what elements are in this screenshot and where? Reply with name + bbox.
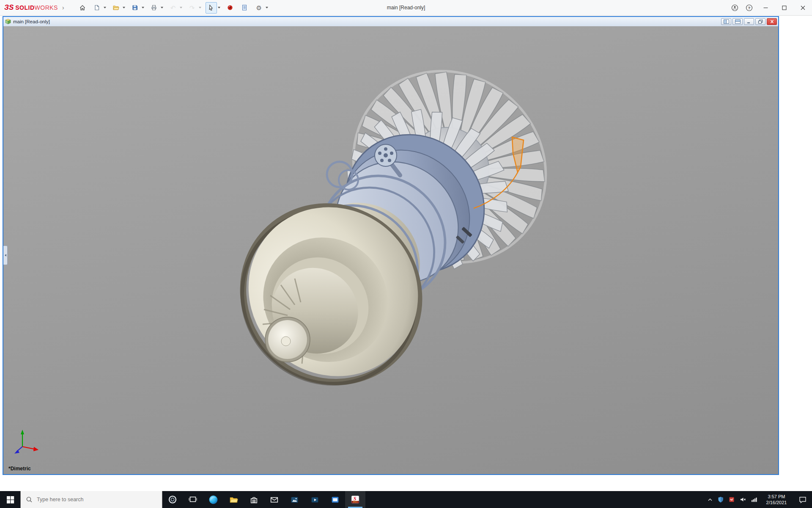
save-button[interactable] <box>129 2 141 14</box>
solidworks-button[interactable]: S2021 <box>345 491 365 508</box>
split-view-horizontal-button[interactable] <box>732 18 743 25</box>
redo-button[interactable]: ↷ <box>187 2 198 14</box>
options-dropdown[interactable] <box>265 2 269 14</box>
file-explorer-button[interactable] <box>223 491 244 508</box>
minimize-button[interactable] <box>756 0 775 15</box>
document-window: main [Read-only] <box>3 16 779 475</box>
cortana-button[interactable] <box>162 491 183 508</box>
maximize-button[interactable] <box>775 0 793 15</box>
chevron-up-icon <box>707 497 713 502</box>
movies-tv-icon <box>310 495 320 505</box>
doc-close-icon <box>769 19 775 24</box>
doc-minimize-button[interactable] <box>744 18 754 25</box>
network-tray-icon[interactable] <box>749 491 760 508</box>
redo-icon: ↷ <box>189 5 195 11</box>
help-button[interactable]: ? <box>742 0 756 15</box>
viewport-3d[interactable]: *Dimetric <box>3 26 778 474</box>
app-window-icon <box>330 495 340 505</box>
photos-icon <box>290 495 299 505</box>
app-window-button[interactable] <box>325 491 345 508</box>
resource-monitor-tray-icon[interactable] <box>726 491 737 508</box>
windows-logo-icon <box>6 495 15 504</box>
split-vertical-icon <box>724 19 729 24</box>
select-cursor-icon <box>208 4 214 11</box>
mail-button[interactable] <box>264 491 284 508</box>
clock-date: 2/16/2021 <box>760 500 793 505</box>
engine-model[interactable] <box>207 31 585 419</box>
maximize-icon <box>782 6 787 10</box>
close-button[interactable] <box>793 0 812 15</box>
movies-tv-button[interactable] <box>304 491 325 508</box>
open-button[interactable] <box>110 2 122 14</box>
select-tool-button[interactable] <box>206 2 217 14</box>
taskbar-search[interactable] <box>20 491 162 508</box>
options-button[interactable]: ⚙ <box>253 2 265 14</box>
file-properties-button[interactable] <box>239 2 250 14</box>
account-button[interactable] <box>727 0 742 15</box>
print-button[interactable] <box>148 2 160 14</box>
orientation-triad <box>14 430 38 454</box>
view-orientation-label: *Dimetric <box>8 466 31 472</box>
app-titlebar: ЗS SOLID WORKS › <box>0 0 812 16</box>
logo-mark: ЗS <box>4 3 14 12</box>
panel-collapse-tab[interactable] <box>3 246 8 265</box>
new-document-button[interactable] <box>91 2 103 14</box>
new-document-dropdown[interactable] <box>103 2 107 14</box>
store-button[interactable] <box>244 491 264 508</box>
task-view-button[interactable] <box>183 491 203 508</box>
solidworks-app-icon: S2021 <box>350 494 360 505</box>
system-tray: 3:57 PM 2/16/2021 <box>705 491 812 508</box>
shield-icon <box>717 496 724 503</box>
store-icon <box>249 495 259 505</box>
photos-button[interactable] <box>284 491 304 508</box>
svg-text:2021: 2021 <box>353 500 358 503</box>
screen: ЗS SOLID WORKS › <box>0 0 812 508</box>
redo-dropdown[interactable] <box>198 2 203 14</box>
search-input[interactable] <box>36 496 156 503</box>
collapse-arrow-icon <box>5 254 6 257</box>
undo-dropdown[interactable] <box>179 2 184 14</box>
new-document-icon <box>93 4 100 11</box>
document-titlebar[interactable]: main [Read-only] <box>3 17 778 26</box>
edge-button[interactable] <box>203 491 223 508</box>
network-bars-icon <box>751 496 757 503</box>
undo-button[interactable]: ↶ <box>167 2 179 14</box>
split-horizontal-icon <box>735 19 741 24</box>
home-icon <box>79 4 86 11</box>
edge-icon <box>208 495 218 505</box>
close-icon <box>801 6 805 10</box>
taskbar-clock[interactable]: 3:57 PM 2/16/2021 <box>760 494 793 505</box>
volume-tray-icon[interactable] <box>737 491 749 508</box>
gear-icon: ⚙ <box>256 5 261 11</box>
save-dropdown[interactable] <box>141 2 145 14</box>
open-dropdown[interactable] <box>122 2 126 14</box>
start-button[interactable] <box>0 491 20 508</box>
file-explorer-icon <box>229 495 239 505</box>
split-view-vertical-button[interactable] <box>721 18 731 25</box>
monitor-graph-icon <box>728 496 735 503</box>
select-tool-dropdown[interactable] <box>217 2 222 14</box>
quick-access-toolbar: ↶ ↷ <box>77 0 272 15</box>
taskbar: S2021 3:57 PM 2/16/2021 <box>0 491 812 508</box>
doc-minimize-icon <box>746 19 752 24</box>
mouse-gesture-button[interactable] <box>225 2 236 14</box>
action-center-button[interactable] <box>793 491 812 508</box>
doc-restore-button[interactable] <box>755 18 765 25</box>
minimize-icon <box>763 6 768 10</box>
task-view-icon <box>188 495 198 504</box>
hidden-icons-button[interactable] <box>705 491 715 508</box>
doc-close-button[interactable] <box>767 18 777 25</box>
home-button[interactable] <box>77 2 88 14</box>
undo-icon: ↶ <box>170 5 176 11</box>
print-dropdown[interactable] <box>160 2 165 14</box>
search-icon <box>26 496 33 503</box>
help-icon: ? <box>746 4 753 11</box>
spinner-tip[interactable] <box>265 317 310 362</box>
logo-solid: SOLID <box>15 4 34 11</box>
volume-muted-icon <box>739 496 746 503</box>
document-title: main [Read-only] <box>13 19 50 24</box>
file-properties-icon <box>241 4 248 11</box>
defender-shield-tray-icon[interactable] <box>715 491 726 508</box>
menu-expand-chevron-icon[interactable]: › <box>62 4 64 11</box>
mail-icon <box>269 495 279 505</box>
